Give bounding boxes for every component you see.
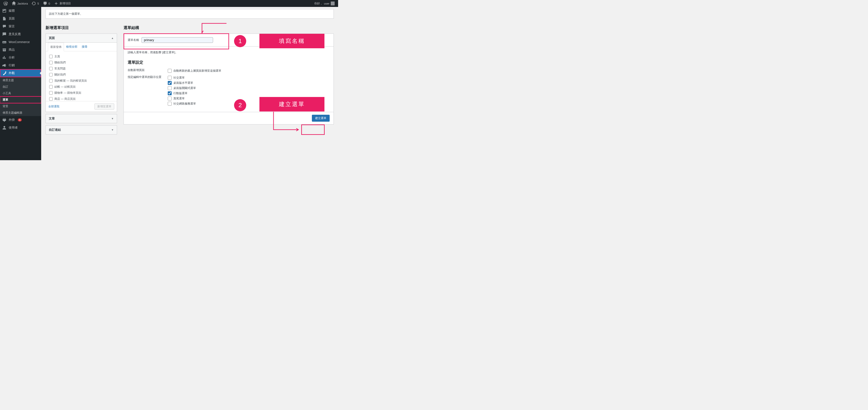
username: user xyxy=(324,2,330,5)
refresh-icon xyxy=(32,1,36,6)
caret-down-icon: ▼ xyxy=(111,117,114,120)
comments-count: 0 xyxy=(49,2,50,5)
sidebar-item-label: 媒體 xyxy=(9,9,15,13)
page-item-label: 購物車 — 購物車頁面 xyxy=(54,91,81,95)
location-checkbox[interactable] xyxy=(168,81,172,85)
page-checkbox[interactable] xyxy=(49,67,53,70)
sidebar-subitem[interactable]: 小工具 xyxy=(0,90,41,97)
site-link[interactable]: Jacklora xyxy=(10,0,29,7)
page-list-item[interactable]: 聯絡我們 xyxy=(48,60,114,66)
updates-link[interactable]: 5 xyxy=(30,0,40,7)
woo-icon: Woo xyxy=(2,40,6,44)
sidebar-item-label: 外掛 xyxy=(9,118,15,122)
tab-view-all[interactable]: 檢視全部 xyxy=(64,43,80,51)
auto-add-label: 自動新增頁面 xyxy=(128,68,168,72)
page-checkbox[interactable] xyxy=(49,97,53,101)
page-checkbox[interactable] xyxy=(49,79,53,82)
new-content-link[interactable]: 新增項目 xyxy=(52,0,72,7)
location-checkbox[interactable] xyxy=(168,76,172,80)
notice-banner: 請在下方建立第一個選單。 xyxy=(45,9,334,19)
accordion-custom-links: 自訂連結 ▼ xyxy=(45,125,117,134)
sidebar-subitem[interactable]: 佈景主題編輯器 xyxy=(0,109,41,116)
page-list-item[interactable]: 主頁 xyxy=(48,54,114,60)
accordion-pages: 頁面 ▲ 最新發佈 檢視全部 搜尋 主頁聯絡我們常見問題關於我們我的帳號 — 我… xyxy=(45,34,117,112)
main-content: 請在下方建立第一個選單。 新增選單項目 頁面 ▲ 最新發佈 檢視全部 xyxy=(41,7,338,160)
sidebar-subitem[interactable]: 背景 xyxy=(0,103,41,109)
site-name: Jacklora xyxy=(17,2,28,5)
avatar xyxy=(331,2,335,5)
page-checkbox[interactable] xyxy=(49,61,53,64)
comment-icon xyxy=(2,24,6,29)
sidebar-item-plugins[interactable]: 外掛5 xyxy=(0,116,41,124)
sidebar-item-appearance[interactable]: 外觀 xyxy=(0,69,41,77)
location-label: 社交選單 xyxy=(174,76,185,80)
page-item-label: 主頁 xyxy=(54,55,60,59)
updates-count: 5 xyxy=(37,2,39,5)
settings-heading: 選單設定 xyxy=(128,60,330,65)
accordion-posts: 文章 ▼ xyxy=(45,114,117,123)
admin-bar: Jacklora 5 0 新增項目 你好， user xyxy=(0,0,338,7)
page-list-item[interactable]: 關於我們 xyxy=(48,72,114,78)
create-menu-button[interactable]: 建立選單 xyxy=(312,115,330,122)
structure-heading: 選單結構 xyxy=(124,25,334,30)
sidebar-item-comment[interactable]: 留言 xyxy=(0,23,41,30)
wp-logo[interactable] xyxy=(2,0,9,7)
sidebar-item-users[interactable]: 使用者 xyxy=(0,124,41,132)
sidebar-subitem[interactable]: 選單 xyxy=(0,97,41,103)
page-list[interactable]: 主頁聯絡我們常見問題關於我們我的帳號 — 我的帳號頁面結帳 — 結帳頁面購物車 … xyxy=(46,51,117,101)
add-to-menu-button[interactable]: 新增至選單 xyxy=(94,103,114,109)
page-list-item[interactable]: 結帳 — 結帳頁面 xyxy=(48,84,114,90)
sidebar-item-media[interactable]: 媒體 xyxy=(0,7,41,15)
tab-search[interactable]: 搜尋 xyxy=(80,43,90,51)
sidebar-item-woo[interactable]: WooWooCommerce xyxy=(0,38,41,46)
location-label: 頁尾選單 xyxy=(174,97,185,100)
location-checkbox[interactable] xyxy=(168,97,172,100)
sidebar-item-page[interactable]: 頁面 xyxy=(0,15,41,23)
location-checkbox[interactable] xyxy=(168,86,172,90)
sidebar-subitem[interactable]: 自訂 xyxy=(0,83,41,90)
notice-text: 請在下方建立第一個選單。 xyxy=(49,12,83,15)
comments-link[interactable]: 0 xyxy=(41,0,52,7)
users-icon xyxy=(2,126,6,130)
marketing-icon xyxy=(2,63,6,68)
admin-sidebar: 媒體頁面留言意見反應WooWooCommerce商品分析行銷外觀佈景主題自訂小工… xyxy=(0,7,41,160)
accordion-posts-header[interactable]: 文章 ▼ xyxy=(46,114,117,123)
create-hint: 請輸入選單名稱，然後點擊 [建立選單]。 xyxy=(128,50,330,54)
sidebar-item-analytics[interactable]: 分析 xyxy=(0,54,41,62)
caret-up-icon: ▲ xyxy=(111,37,114,40)
location-checkbox[interactable] xyxy=(168,102,172,106)
sidebar-item-feedback[interactable]: 意見反應 xyxy=(0,30,41,38)
page-checkbox[interactable] xyxy=(49,85,53,89)
sidebar-item-label: 外觀 xyxy=(9,71,15,75)
account-menu[interactable]: 你好， user xyxy=(312,0,336,7)
page-list-item[interactable]: 商店 — 商店頁面 xyxy=(48,96,114,101)
page-icon xyxy=(2,16,6,21)
tab-recent[interactable]: 最新發佈 xyxy=(48,43,64,51)
page-list-item[interactable]: 購物車 — 購物車頁面 xyxy=(48,90,114,96)
sidebar-item-label: 使用者 xyxy=(9,126,18,130)
accordion-posts-label: 文章 xyxy=(49,117,55,121)
page-checkbox[interactable] xyxy=(49,91,53,95)
accordion-custom-links-header[interactable]: 自訂連結 ▼ xyxy=(46,126,117,134)
page-list-item[interactable]: 常見問題 xyxy=(48,66,114,72)
select-all-link[interactable]: 全部選取 xyxy=(48,105,60,108)
svg-text:Woo: Woo xyxy=(3,41,6,43)
sidebar-item-label: 頁面 xyxy=(9,17,15,21)
accordion-pages-header[interactable]: 頁面 ▲ xyxy=(46,34,117,42)
menu-name-input[interactable] xyxy=(142,37,213,43)
page-checkbox[interactable] xyxy=(49,73,53,76)
add-items-heading: 新增選單項目 xyxy=(45,25,117,30)
sidebar-item-product[interactable]: 商品 xyxy=(0,46,41,54)
page-checkbox[interactable] xyxy=(49,55,53,58)
sidebar-item-label: 分析 xyxy=(9,56,15,60)
auto-add-checkbox[interactable] xyxy=(168,69,172,73)
sidebar-item-label: WooCommerce xyxy=(9,40,30,44)
page-list-item[interactable]: 我的帳號 — 我的帳號頁面 xyxy=(48,78,114,84)
page-item-label: 我的帳號 — 我的帳號頁面 xyxy=(54,79,87,83)
sidebar-subitem[interactable]: 佈景主題 xyxy=(0,77,41,83)
location-option: 社交網路服務選單 xyxy=(168,101,330,106)
auto-add-option-label: 自動將新的最上層頁面新增至這個選單 xyxy=(174,69,221,73)
location-checkbox[interactable] xyxy=(168,91,172,95)
sidebar-item-marketing[interactable]: 行銷 xyxy=(0,62,41,69)
product-icon xyxy=(2,47,6,52)
